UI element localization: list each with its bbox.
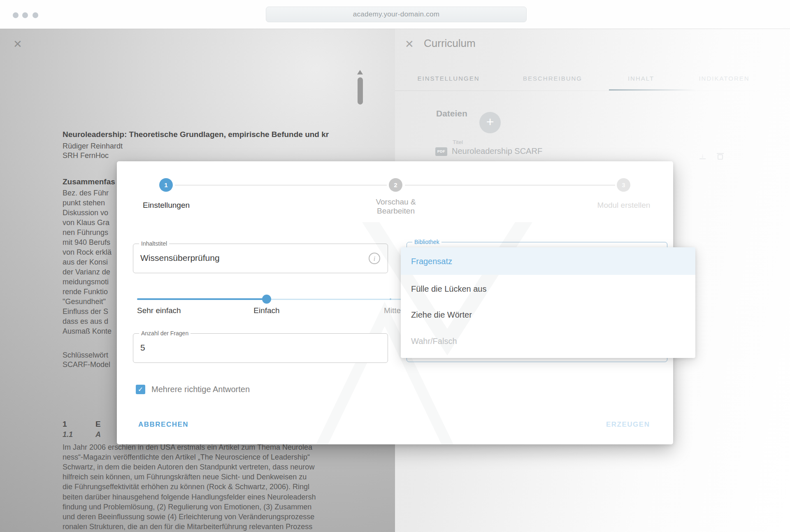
- step-3-label: Modul erstellen: [574, 201, 673, 210]
- step-1-circle: 1: [159, 178, 173, 192]
- active-tab-indicator: [609, 89, 696, 91]
- doc-line: findung und Problemlösung, (2) Regulieru…: [63, 503, 359, 511]
- doc-subsection-number: 1.1: [63, 430, 73, 439]
- question-count-field[interactable]: Anzahl der Fragen 5: [133, 333, 388, 363]
- question-count-field-label: Anzahl der Fragen: [139, 330, 191, 337]
- tab-indikatoren[interactable]: INDIKATOREN: [699, 75, 749, 82]
- address-bar[interactable]: academy.your-domain.com: [266, 7, 527, 22]
- step-2-label-line2: Bearbeiten: [346, 207, 445, 216]
- question-type-menu: Fragensatz Fülle die Lücken aus Ziehe di…: [401, 247, 695, 358]
- difficulty-slider-track[interactable]: [267, 299, 403, 300]
- stepper-connector: [175, 185, 387, 186]
- doc-line: die Führungseffektivität erhöhen zu könn…: [63, 483, 359, 491]
- file-name[interactable]: Neuroleadership SCARF: [452, 146, 542, 156]
- files-heading: Dateien: [436, 109, 467, 118]
- multiple-answers-label: Mehrere richtige Antworten: [151, 385, 250, 394]
- difficulty-label-einfach[interactable]: Einfach: [234, 306, 300, 315]
- curriculum-title: Curriculum: [424, 37, 476, 50]
- stepper-connector: [405, 185, 615, 186]
- library-select-label: Bibliothek: [412, 239, 441, 245]
- difficulty-slider-track-filled[interactable]: [137, 298, 267, 300]
- menu-item-fuelle-die-luecken-aus[interactable]: Fülle die Lücken aus: [411, 284, 486, 294]
- window-dot-1[interactable]: [13, 12, 19, 18]
- difficulty-slider-tick: [390, 298, 391, 300]
- info-icon[interactable]: i: [369, 253, 380, 264]
- difficulty-label-mittel[interactable]: Mitte: [384, 306, 401, 315]
- doc-line: Schwartz, in dem die beiden Autoren den …: [63, 463, 359, 472]
- doc-author: Rüdiger Reinhardt: [63, 142, 359, 151]
- tab-inhalt[interactable]: INHALT: [628, 75, 654, 82]
- content-title-field-label: Inhaltstitel: [139, 240, 169, 247]
- menu-item-fragensatz[interactable]: Fragensatz: [411, 257, 452, 266]
- scrollbar-up-arrow-icon[interactable]: [357, 70, 363, 74]
- content-title-field-value: Wissensüberprüfung: [140, 253, 220, 263]
- doc-section-number: 1: [63, 420, 67, 428]
- menu-item-wahr-falsch: Wahr/Falsch: [411, 337, 457, 346]
- file-title-label: Titel: [453, 139, 463, 145]
- create-button[interactable]: ERZEUGEN: [606, 420, 650, 429]
- step-2-circle: 2: [389, 178, 402, 192]
- doc-subsection-text: A: [95, 430, 101, 439]
- menu-item-ziehe-die-woerter[interactable]: Ziehe die Wörter: [411, 310, 472, 320]
- doc-line: hilfreich sein können, um Führungskräfte…: [63, 473, 359, 481]
- curriculum-close-icon[interactable]: ✕: [405, 38, 414, 51]
- window-dot-3[interactable]: [33, 12, 38, 18]
- browser-topbar: academy.your-domain.com: [0, 0, 790, 29]
- doc-line: ronalen Strukturen, die an den für die M…: [63, 523, 359, 531]
- content-title-field[interactable]: Inhaltstitel Wissensüberprüfung i: [133, 244, 388, 273]
- doc-affiliation: SRH FernHoc: [63, 151, 359, 160]
- pdf-file-icon: PDF: [435, 147, 447, 156]
- doc-line: ness“-Magazin veröffentlichte den Artike…: [63, 453, 359, 462]
- step-2-label-line1: Vorschau &: [346, 197, 445, 207]
- document-close-icon[interactable]: ✕: [13, 38, 22, 51]
- doc-title: Neuroleadership: Theoretische Grundlagen…: [63, 130, 359, 139]
- add-file-button[interactable]: +: [479, 112, 501, 133]
- scrollbar-thumb[interactable]: [358, 77, 363, 105]
- question-count-field-value: 5: [140, 343, 145, 353]
- download-icon[interactable]: ↓: [699, 153, 706, 159]
- difficulty-label-sehr-einfach[interactable]: Sehr einfach: [137, 306, 181, 315]
- doc-line: und deren Beeinflussung sowie (4) Erleic…: [63, 513, 359, 521]
- step-2-label: Vorschau & Bearbeiten: [346, 197, 445, 216]
- step-3-circle: 3: [617, 178, 630, 192]
- tab-einstellungen[interactable]: EINSTELLUNGEN: [417, 75, 479, 82]
- window-dot-2[interactable]: [22, 12, 28, 18]
- doc-line: Im Jahr 2006 erschien in den USA erstmal…: [63, 443, 359, 452]
- trash-icon[interactable]: [718, 154, 723, 160]
- screen: academy.your-domain.com ✕ Neuroleadershi…: [0, 0, 790, 532]
- cancel-button[interactable]: ABBRECHEN: [138, 420, 188, 429]
- difficulty-slider-thumb[interactable]: [262, 295, 271, 304]
- tab-row-divider: [395, 91, 790, 91]
- step-1-label: Einstellungen: [117, 201, 216, 210]
- doc-section-text: E: [95, 420, 101, 429]
- doc-line: beiten darüber hinausgehend folgende Han…: [63, 493, 359, 502]
- multiple-answers-checkbox[interactable]: ✓: [136, 385, 145, 394]
- tab-beschreibung[interactable]: BESCHREIBUNG: [523, 75, 582, 82]
